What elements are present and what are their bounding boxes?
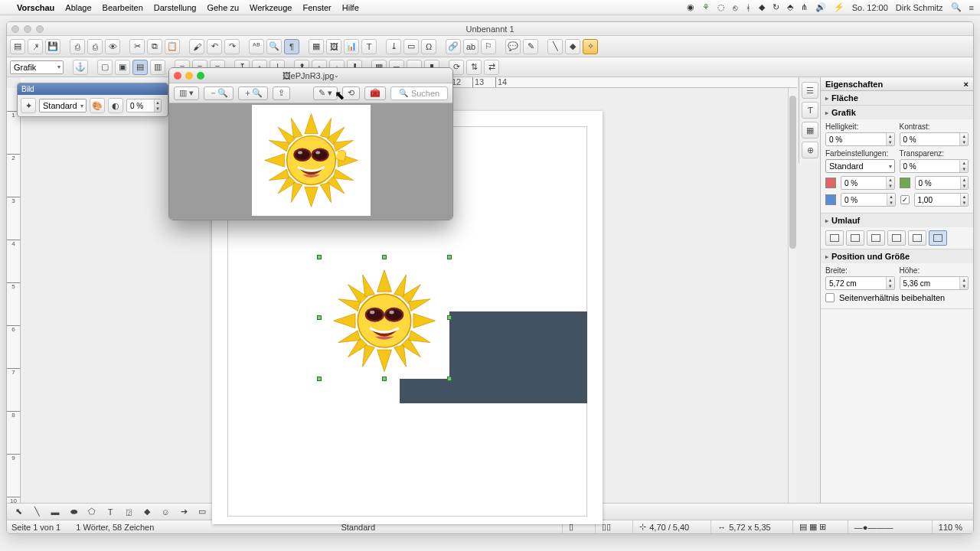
preview-sun-image[interactable] bbox=[252, 105, 371, 216]
line-tool[interactable]: ╲ bbox=[30, 506, 44, 518]
wrap-off-button[interactable]: ▢ bbox=[97, 60, 113, 75]
menu-gehezu[interactable]: Gehe zu bbox=[207, 3, 239, 12]
section-pos-header[interactable]: Position und Größe bbox=[821, 249, 973, 263]
colormode-combo[interactable]: Standard bbox=[825, 159, 895, 173]
status-shield-icon[interactable]: ⬘ bbox=[787, 2, 793, 12]
preview-traffic-lights[interactable] bbox=[174, 72, 204, 80]
symbol-shapes-tool[interactable]: ☺ bbox=[158, 506, 172, 518]
format-paintbrush-button[interactable]: 🖌 bbox=[189, 39, 204, 54]
status-view-layout[interactable]: ▤ ▦ ⊞ bbox=[792, 520, 832, 533]
select-tool[interactable]: ⬉ bbox=[11, 506, 25, 518]
image-toolbar-title[interactable]: Bild bbox=[18, 83, 168, 95]
draw-functions-button[interactable]: ✧ bbox=[583, 39, 598, 54]
selection-handle[interactable] bbox=[317, 255, 322, 259]
field-button[interactable]: ▭ bbox=[403, 39, 419, 54]
rect-tool[interactable]: ▬ bbox=[48, 506, 62, 518]
status-page[interactable]: Seite 1 von 1 bbox=[11, 523, 60, 532]
zoom-icon[interactable] bbox=[197, 72, 204, 80]
selection-handle[interactable] bbox=[382, 255, 387, 259]
notification-center-icon[interactable]: ≡ bbox=[969, 3, 974, 12]
status-sync-icon[interactable]: ◌ bbox=[717, 2, 725, 12]
special-char-button[interactable]: Ω bbox=[421, 39, 436, 54]
wrap-before-button[interactable] bbox=[846, 230, 864, 246]
section-graphic-header[interactable]: Grafik bbox=[821, 106, 973, 119]
flowchart-tool[interactable]: ▭ bbox=[195, 506, 209, 518]
image-floating-toolbar[interactable]: Bild ✦ Standard 🎨 ◐ ▲▼ bbox=[17, 83, 168, 117]
section-wrap-header[interactable]: Umlauf bbox=[821, 214, 973, 227]
preview-zoom-in-button[interactable]: ＋🔍 bbox=[238, 86, 268, 100]
selection-handle[interactable] bbox=[317, 377, 322, 381]
status-words[interactable]: 1 Wörter, 58 Zeichen bbox=[76, 523, 154, 532]
chart-button[interactable]: 📊 bbox=[344, 39, 359, 54]
flip-v-button[interactable]: ⇅ bbox=[466, 60, 482, 75]
status-timemachine-icon[interactable]: ↻ bbox=[773, 2, 779, 12]
status-bt-icon[interactable]: ᚼ bbox=[746, 3, 751, 12]
flip-h-button[interactable]: ⇄ bbox=[484, 60, 499, 75]
wrap-optimal-button[interactable] bbox=[929, 230, 947, 246]
preview-sidebar-button[interactable]: ▥ ▾ bbox=[174, 86, 199, 100]
selection-handle[interactable] bbox=[447, 377, 452, 381]
red-spinner[interactable]: ▲▼ bbox=[841, 176, 895, 190]
menu-ablage[interactable]: Ablage bbox=[65, 3, 91, 12]
wrap-after-button[interactable] bbox=[867, 230, 885, 246]
close-icon[interactable] bbox=[174, 72, 181, 80]
sidebar-tab-navigator[interactable]: ⊕ bbox=[802, 142, 818, 158]
zoom-value[interactable]: 110 % bbox=[932, 520, 969, 533]
wrap-optimal-button[interactable]: ▤ bbox=[132, 60, 148, 75]
height-spinner[interactable]: ▲▼ bbox=[900, 276, 969, 290]
gamma-spinner[interactable]: ▲▼ bbox=[914, 193, 969, 207]
menubar-clock[interactable]: So. 12:00 bbox=[852, 3, 888, 12]
spotlight-icon[interactable]: 🔍 bbox=[951, 2, 962, 12]
preview-canvas[interactable] bbox=[169, 103, 452, 220]
scrollbar-thumb[interactable] bbox=[789, 96, 796, 249]
sidebar-tab-gallery[interactable]: ▦ bbox=[802, 122, 818, 139]
status-record-icon[interactable]: ◉ bbox=[687, 2, 694, 12]
sidebar-tab-styles[interactable]: Ƭ bbox=[802, 102, 818, 119]
vertical-scrollbar[interactable] bbox=[788, 88, 797, 503]
new-doc-button[interactable]: ▤ bbox=[10, 39, 25, 54]
window-traffic-lights[interactable] bbox=[11, 25, 44, 33]
sidebar-tab-properties[interactable]: ☰ bbox=[802, 82, 818, 99]
gamma-checkbox[interactable]: ✓ bbox=[900, 195, 910, 204]
window-titlebar[interactable]: Unbenannt 1 bbox=[7, 22, 973, 36]
blue-spinner[interactable]: ▲▼ bbox=[841, 193, 896, 207]
callout-tool[interactable]: ⍰ bbox=[122, 506, 136, 518]
brightness-spinner[interactable]: ▲▼ bbox=[825, 132, 895, 146]
status-volume-icon[interactable]: 🔊 bbox=[815, 2, 826, 12]
section-area-header[interactable]: Fläche bbox=[821, 91, 973, 105]
arrow-shapes-tool[interactable]: ➔ bbox=[177, 506, 191, 518]
basic-shapes-button[interactable]: ◆ bbox=[565, 39, 580, 54]
hyperlink-button[interactable]: 🔗 bbox=[446, 39, 461, 54]
cut-button[interactable]: ✂ bbox=[129, 39, 145, 54]
page-break-button[interactable]: ⤓ bbox=[386, 39, 401, 54]
status-dropbox-icon[interactable]: ◆ bbox=[759, 2, 765, 12]
redo-button[interactable]: ↷ bbox=[224, 39, 240, 54]
menubar-user[interactable]: Dirk Schmitz bbox=[896, 3, 943, 12]
selection-handle[interactable] bbox=[447, 255, 452, 259]
find-button[interactable]: 🔍 bbox=[266, 39, 282, 54]
wrap-none-button[interactable] bbox=[825, 230, 844, 246]
comment-button[interactable]: 💬 bbox=[505, 39, 521, 54]
undo-button[interactable]: ↶ bbox=[207, 39, 222, 54]
status-leaf-icon[interactable]: ⚘ bbox=[702, 2, 710, 12]
status-wifi-icon[interactable]: ⋔ bbox=[801, 2, 808, 12]
app-name-menu[interactable]: Vorschau bbox=[17, 3, 54, 12]
paste-button[interactable]: 📋 bbox=[165, 39, 180, 54]
preview-edit-button[interactable]: 🧰 bbox=[364, 86, 386, 100]
wrap-through-button[interactable]: ▥ bbox=[150, 60, 165, 75]
footnote-button[interactable]: ab bbox=[463, 39, 479, 54]
text-tool[interactable]: T bbox=[103, 506, 117, 518]
ellipse-tool[interactable]: ⬬ bbox=[67, 506, 80, 518]
copy-button[interactable]: ⧉ bbox=[147, 39, 162, 54]
vertical-ruler[interactable]: 12345678910 bbox=[7, 88, 21, 503]
polygon-tool[interactable]: ⬠ bbox=[85, 506, 99, 518]
textbox-button[interactable]: T bbox=[361, 39, 377, 54]
line-button[interactable]: ╲ bbox=[547, 39, 563, 54]
print-preview-button[interactable]: 👁 bbox=[105, 39, 120, 54]
open-button[interactable]: ⭷ bbox=[28, 39, 43, 54]
transparency-field[interactable]: ▲▼ bbox=[126, 99, 162, 112]
image-button[interactable]: 🖼 bbox=[326, 39, 341, 54]
minimize-icon[interactable] bbox=[185, 72, 193, 80]
selection-handle[interactable] bbox=[317, 315, 322, 320]
transparency-spinner[interactable]: ▲▼ bbox=[900, 159, 969, 173]
